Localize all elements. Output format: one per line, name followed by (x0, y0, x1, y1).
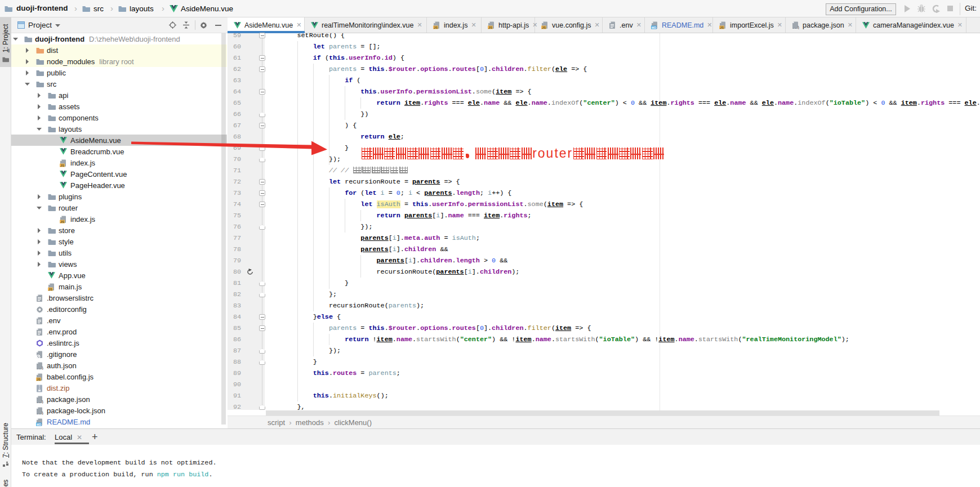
svg-text:JS: JS (720, 25, 724, 29)
svg-text:MD: MD (37, 423, 41, 426)
svg-text:JS: JS (48, 288, 52, 291)
svg-text:JS: JS (37, 378, 41, 381)
svg-text:MD: MD (652, 25, 656, 29)
svg-text:{..}: {..} (36, 399, 43, 404)
svg-text:{..}: {..} (36, 365, 43, 370)
svg-text:JS: JS (488, 25, 492, 29)
svg-text:JS: JS (434, 25, 438, 29)
svg-text:{..}: {..} (36, 410, 43, 415)
svg-text:JS: JS (60, 164, 64, 167)
svg-text:{..}: {..} (792, 25, 799, 29)
svg-text:JS: JS (542, 25, 546, 29)
svg-text:JS: JS (60, 220, 64, 224)
